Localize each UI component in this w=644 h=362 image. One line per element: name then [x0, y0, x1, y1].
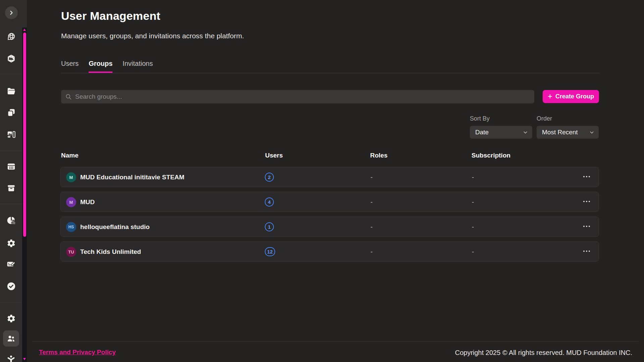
- order-dropdown[interactable]: Most Recent: [537, 126, 599, 139]
- sidebar-item-gear[interactable]: [3, 235, 19, 251]
- row-actions-menu-button[interactable]: [583, 251, 590, 252]
- sidebar-item-web-search[interactable]: [3, 29, 19, 45]
- sidebar-divider: [0, 74, 22, 74]
- tab-divider: [61, 73, 600, 73]
- chevron-down-icon: [523, 130, 528, 135]
- sidebar-item-analytics[interactable]: [3, 212, 19, 228]
- sidebar-divider: [0, 302, 22, 303]
- sidebar-divider: [0, 204, 22, 204]
- sidebar-item-users[interactable]: [3, 330, 19, 347]
- avatar: M: [66, 172, 76, 182]
- order-value: Most Recent: [542, 129, 578, 136]
- order-label: Order: [537, 115, 552, 122]
- sidebar-item-storyboard[interactable]: [3, 126, 19, 142]
- sidebar-item-calendar[interactable]: [3, 158, 19, 174]
- sidebar-item-compose[interactable]: [3, 256, 19, 272]
- subscription-value: -: [472, 198, 474, 206]
- table-row[interactable]: TU Tech Kids Unlimited 12 - -: [60, 241, 599, 262]
- search-icon: [65, 93, 72, 100]
- roles-value: -: [370, 223, 373, 231]
- analytics-pie-icon: [7, 216, 16, 225]
- users-count-badge: 2: [265, 173, 274, 182]
- sidebar-item-folder[interactable]: [3, 83, 19, 99]
- users-count-badge: 12: [265, 247, 275, 256]
- sidebar-item-collections[interactable]: [3, 104, 19, 121]
- gear-icon: [7, 314, 16, 323]
- scroll-down-arrow-icon[interactable]: [23, 358, 26, 360]
- sort-by-dropdown[interactable]: Date: [470, 126, 532, 139]
- page-title: User Management: [61, 9, 160, 22]
- group-name: MUD Educational inititavie STEAM: [80, 174, 184, 181]
- collections-icon: [7, 108, 16, 117]
- check-circle-icon: [6, 281, 16, 291]
- row-actions-menu-button[interactable]: [583, 176, 590, 177]
- users-count-badge: 4: [265, 197, 274, 207]
- accessibility-person-icon: [6, 355, 16, 362]
- copyright-text: Copyright 2025 © All rights reserved. MU…: [455, 349, 632, 357]
- plus-icon: +: [548, 92, 552, 100]
- chevron-down-icon: [589, 130, 595, 135]
- subscription-value: -: [472, 248, 474, 256]
- footer-divider: [32, 341, 639, 342]
- sidebar-scrollbar-track[interactable]: [22, 28, 27, 362]
- search-box[interactable]: [61, 90, 534, 103]
- row-actions-menu-button[interactable]: [583, 201, 590, 202]
- folder-icon: [7, 87, 16, 96]
- table-row[interactable]: M MUD 4 - -: [60, 192, 599, 212]
- terms-privacy-link[interactable]: Terms and Privacy Policy: [39, 349, 116, 356]
- archive-icon: [7, 184, 16, 193]
- sidebar-divider: [0, 151, 22, 151]
- scroll-up-arrow-icon[interactable]: [23, 29, 26, 31]
- tab-groups[interactable]: Groups: [89, 60, 112, 73]
- tab-invitations[interactable]: Invitations: [122, 60, 153, 73]
- column-header-subscription: Subscription: [472, 152, 510, 159]
- avatar: TU: [66, 247, 76, 257]
- group-name: MUD: [80, 198, 95, 206]
- create-group-button[interactable]: + Create Group: [543, 90, 599, 103]
- column-header-roles: Roles: [370, 152, 388, 159]
- column-header-users: Users: [265, 152, 283, 159]
- roles-value: -: [370, 198, 373, 206]
- web-search-icon: [7, 32, 16, 41]
- sidebar-item-accessibility[interactable]: [3, 351, 19, 362]
- sidebar-item-check[interactable]: [3, 278, 19, 294]
- main-content: User Management Manage users, groups, an…: [27, 0, 644, 362]
- users-icon: [6, 334, 16, 343]
- sidebar-item-3d-assets[interactable]: [3, 50, 19, 66]
- sort-by-label: Sort By: [470, 115, 490, 122]
- page-subtitle: Manage users, groups, and invitations ac…: [61, 32, 244, 40]
- create-group-label: Create Group: [555, 93, 594, 100]
- row-actions-menu-button[interactable]: [583, 226, 590, 227]
- roles-value: -: [370, 248, 373, 256]
- tab-users[interactable]: Users: [61, 60, 79, 73]
- gear-icon: [7, 239, 16, 248]
- chevron-right-icon: [8, 9, 15, 16]
- group-name: helloqueeflatina studio: [80, 223, 150, 231]
- roles-value: -: [370, 174, 373, 181]
- avatar: M: [66, 197, 76, 207]
- tab-bar: Users Groups Invitations: [61, 60, 153, 73]
- sidebar-item-settings[interactable]: [3, 310, 19, 326]
- subscription-value: -: [472, 174, 474, 181]
- sidebar: [0, 0, 27, 362]
- table-row[interactable]: HS helloqueeflatina studio 1 - -: [60, 217, 599, 237]
- avatar: HS: [66, 222, 76, 232]
- calendar-icon: [7, 162, 16, 171]
- compose-card-icon: [7, 260, 16, 269]
- sidebar-expand-button[interactable]: [5, 6, 18, 19]
- sidebar-scrollbar-thumb[interactable]: [23, 33, 26, 237]
- 3d-assets-icon: [7, 54, 16, 63]
- search-input[interactable]: [75, 93, 530, 100]
- group-name: Tech Kids Unlimited: [80, 248, 141, 256]
- column-header-name: Name: [61, 152, 79, 159]
- sort-by-value: Date: [475, 129, 489, 136]
- table-row[interactable]: M MUD Educational inititavie STEAM 2 - -: [60, 167, 599, 187]
- users-count-badge: 1: [265, 222, 274, 231]
- sidebar-item-archive[interactable]: [3, 180, 19, 196]
- storyboard-icon: [7, 130, 16, 139]
- subscription-value: -: [472, 223, 474, 231]
